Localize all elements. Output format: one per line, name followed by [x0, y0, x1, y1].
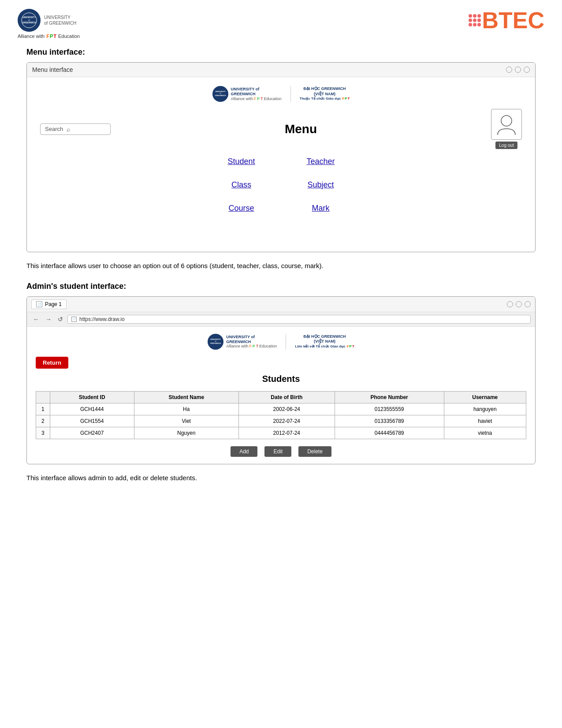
btec-logo: BTEC [469, 9, 544, 32]
greenwich-name: UNIVERSITY of GREENWICH [44, 15, 76, 26]
avatar-svg [493, 111, 520, 138]
control-minimize [506, 67, 512, 73]
search-box[interactable]: Search ⌕ [40, 123, 111, 135]
row2-id: GCH1554 [50, 415, 134, 427]
fpt-t: T [53, 34, 56, 39]
window-controls [506, 67, 530, 73]
section2-heading: Admin's student interface: [26, 282, 544, 291]
row1-id: GCH1444 [50, 403, 134, 415]
header-left: UNIVERSITY of GREENWICH UNIVERSITY of GR… [18, 9, 80, 39]
url-text: https://www.draw.io [79, 316, 125, 322]
menu-link-teacher[interactable]: Teacher [290, 153, 352, 170]
table-row: 2 GCH1554 Viet 2022-07-24 0133356789 hav… [36, 415, 526, 427]
dot-3 [477, 14, 481, 18]
student-logos: UNIVERSITY of GREENWICH UNIVERSITY of GR… [36, 334, 526, 350]
browser-tab[interactable]: 📄 Page 1 [31, 299, 67, 309]
dot-1 [469, 14, 472, 18]
browser-window-controls [507, 301, 531, 307]
browser-titlebar: 📄 Page 1 [27, 297, 535, 312]
menu-link-student[interactable]: Student [211, 153, 272, 170]
logo-divider [290, 86, 291, 102]
fpt-p: P [50, 34, 53, 39]
section1-heading: Menu interface: [26, 48, 544, 57]
add-button[interactable]: Add [231, 446, 257, 457]
col-num [36, 391, 50, 403]
address-bar[interactable]: 📄 https://www.draw.io [67, 315, 531, 324]
svg-point-8 [501, 116, 512, 126]
dot-7 [469, 23, 472, 26]
row1-dob: 2002-06-24 [238, 403, 335, 415]
edit-button[interactable]: Edit [264, 446, 291, 457]
return-button[interactable]: Return [36, 357, 68, 369]
delete-button[interactable]: Delete [298, 446, 331, 457]
menu-links-grid: Student Teacher Class Subject Course Mar… [211, 153, 352, 217]
back-button[interactable]: ← [31, 315, 41, 324]
table-row: 1 GCH1444 Ha 2002-06-24 0123555559 hangu… [36, 403, 526, 415]
menu-window-title: Menu interface [32, 66, 73, 73]
svg-text:GREENWICH: GREENWICH [22, 21, 36, 24]
svg-text:GREENWICH: GREENWICH [215, 94, 226, 97]
row3-dob: 2012-07-24 [238, 427, 335, 439]
dot-2 [473, 14, 476, 18]
student-content: UNIVERSITY of GREENWICH UNIVERSITY of GR… [27, 327, 535, 464]
row1-username: hanguyen [444, 403, 526, 415]
menu-link-class[interactable]: Class [211, 177, 272, 193]
table-body: 1 GCH1444 Ha 2002-06-24 0123555559 hangu… [36, 403, 526, 439]
student-logo-divider [286, 334, 286, 350]
dot-4 [469, 19, 472, 22]
refresh-button[interactable]: ↺ [56, 315, 65, 324]
row3-name: Nguyen [134, 427, 238, 439]
row2-name: Viet [134, 415, 238, 427]
table-header-row: Student ID Student Name Date of Birth Ph… [36, 391, 526, 403]
row2-phone: 0133356789 [335, 415, 444, 427]
address-page-icon: 📄 [71, 317, 77, 322]
row3-phone: 0444456789 [335, 427, 444, 439]
alliance-line: Alliance with FPT Education [18, 34, 80, 39]
btec-text: BTEC [482, 9, 544, 32]
control-close [524, 67, 530, 73]
page-header: UNIVERSITY of GREENWICH UNIVERSITY of GR… [18, 9, 544, 39]
browser-nav-row: ← → ↺ 📄 https://www.draw.io [27, 312, 535, 327]
avatar-box: Log out [491, 109, 522, 149]
menu-uni-logo: UNIVERSITY of GREENWICH UNIVERSITY of GR… [212, 86, 282, 102]
dai-hoc-logo: ĐẠI HỌC GREENWICH (VIỆT NAM) Thuộc Tổ ch… [300, 86, 350, 101]
row1-phone: 0123555559 [335, 403, 444, 415]
greenwich-logo: UNIVERSITY of GREENWICH UNIVERSITY of GR… [18, 9, 76, 32]
control-maximize [515, 67, 521, 73]
table-row: 3 GCH2407 Nguyen 2012-07-24 0444456789 v… [36, 427, 526, 439]
menu-link-subject[interactable]: Subject [290, 177, 352, 193]
row1-num: 1 [36, 403, 50, 415]
fpt-logo: FPT [46, 34, 56, 39]
table-actions: Add Edit Delete [36, 446, 526, 457]
page-icon: 📄 [36, 301, 42, 307]
browser-window: 📄 Page 1 ← → ↺ 📄 https://www.draw.io UNI… [26, 296, 536, 464]
alliance-label: Alliance with [18, 34, 45, 39]
row1-name: Ha [134, 403, 238, 415]
menu-link-course[interactable]: Course [211, 200, 272, 217]
students-table: Student ID Student Name Date of Birth Ph… [36, 391, 526, 439]
forward-button[interactable]: → [44, 315, 53, 324]
row3-username: vietna [444, 427, 526, 439]
ctrl-max [516, 301, 522, 307]
menu-search-row: Search ⌕ Menu Log out [40, 109, 522, 149]
logout-button[interactable]: Log out [495, 142, 517, 149]
ctrl-min [507, 301, 513, 307]
description2: This interface allows admin to add, edit… [26, 473, 536, 483]
description1: This interface allows user to choose an … [26, 261, 536, 271]
menu-window: Menu interface UNIVERSITY of GREENWICH [26, 62, 536, 252]
fpt-f: F [46, 34, 49, 39]
student-uni-text-block: UNIVERSITY of GREENWICH Alliance with FP… [226, 335, 277, 349]
col-student-name: Student Name [134, 391, 238, 403]
search-label: Search [45, 126, 63, 132]
row3-num: 3 [36, 427, 50, 439]
menu-spacer [40, 225, 522, 243]
student-uni-circle: UNIVERSITY of GREENWICH [208, 334, 223, 350]
menu-link-mark[interactable]: Mark [290, 200, 352, 217]
fpt-education: Education [58, 34, 80, 39]
menu-title-text: Menu [111, 122, 491, 136]
row2-dob: 2022-07-24 [238, 415, 335, 427]
ctrl-cls [525, 301, 531, 307]
btec-dots [469, 14, 481, 26]
col-student-id: Student ID [50, 391, 134, 403]
svg-text:GREENWICH: GREENWICH [210, 342, 221, 344]
